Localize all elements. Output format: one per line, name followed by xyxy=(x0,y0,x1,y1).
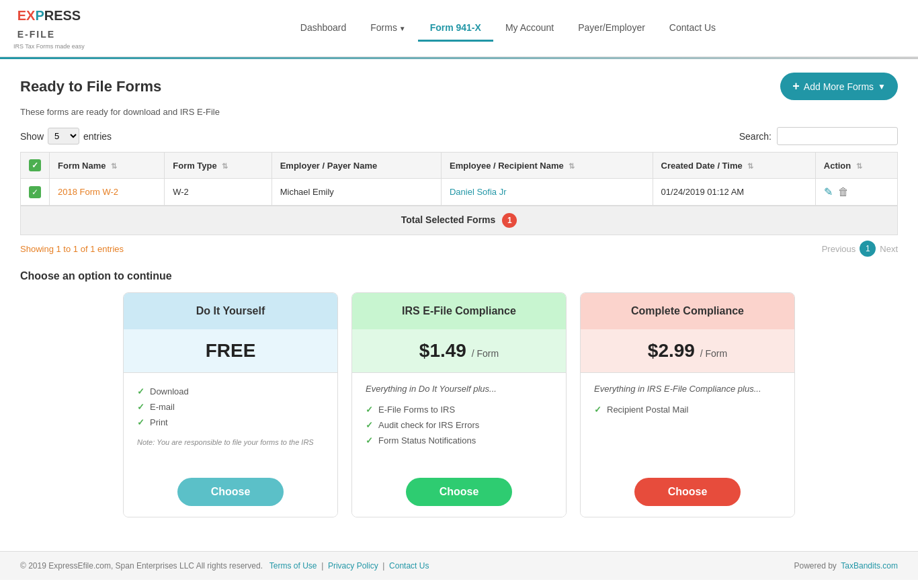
feature-postal-mail: ✓Recipient Postal Mail xyxy=(594,402,781,417)
card-diy: Do It Yourself FREE ✓Download ✓E-mail ✓P… xyxy=(123,292,338,517)
choose-diy-button[interactable]: Choose xyxy=(177,478,284,506)
col-form-name: Form Name ⇅ xyxy=(50,153,165,179)
card-irs: IRS E-File Compliance $1.49 / Form Every… xyxy=(351,292,567,517)
nav-form941x[interactable]: Form 941-X xyxy=(418,15,493,42)
delete-icon[interactable]: 🗑 xyxy=(838,186,849,198)
next-button[interactable]: Next xyxy=(880,244,898,254)
subtitle: These forms are ready for download and I… xyxy=(20,107,898,117)
check-icon: ✓ xyxy=(137,417,144,427)
col-employer-name: Employer / Payer Name xyxy=(272,153,441,179)
table-header-row: ✓ Form Name ⇅ Form Type ⇅ Employer / Pay… xyxy=(21,153,898,179)
row-action-col: ✎ 🗑 xyxy=(815,179,897,206)
feature-print: ✓Print xyxy=(137,415,324,430)
feature-download: ✓Download xyxy=(137,384,324,399)
row-checkbox[interactable]: ✓ xyxy=(29,186,41,198)
card-diy-header: Do It Yourself xyxy=(124,293,337,329)
page-title-row: Ready to File Forms + Add More Forms ▼ xyxy=(20,73,898,100)
card-diy-features: ✓Download ✓E-mail ✓Print xyxy=(137,384,324,430)
nav-myaccount[interactable]: My Account xyxy=(493,15,566,42)
select-all-col: ✓ xyxy=(21,153,50,179)
sort-recipient-icon[interactable]: ⇅ xyxy=(569,162,575,170)
nav-forms[interactable]: Forms xyxy=(358,15,417,42)
copyright-text: © 2019 ExpressEfile.com, Span Enterprise… xyxy=(20,561,263,571)
showing-to: 1 xyxy=(73,244,78,254)
card-complete-tagline: Everything in IRS E-File Compliance plus… xyxy=(594,384,781,394)
nav-contactus[interactable]: Contact Us xyxy=(657,15,728,42)
card-complete-per-form: / Form xyxy=(700,348,727,359)
choose-section-title: Choose an option to continue xyxy=(20,270,898,282)
header: EXPRESS E-FILE IRS Tax Forms made easy D… xyxy=(0,0,918,57)
main-nav: Dashboard Forms Form 941-X My Account Pa… xyxy=(112,15,905,42)
total-selected-label: Total Selected Forms xyxy=(401,214,496,225)
sort-action-icon[interactable]: ⇅ xyxy=(856,162,862,170)
card-complete-features: ✓Recipient Postal Mail xyxy=(594,402,781,417)
total-selected-row: Total Selected Forms 1 xyxy=(20,206,898,235)
action-icons: ✎ 🗑 xyxy=(824,185,889,198)
pagination-row: Showing 1 to 1 of 1 entries Previous 1 N… xyxy=(20,241,898,257)
powered-by-label: Powered by xyxy=(794,561,836,571)
card-irs-tagline: Everything in Do It Yourself plus... xyxy=(366,384,552,394)
entries-label: entries xyxy=(83,131,112,142)
card-complete-price: $2.99 / Form xyxy=(581,329,794,373)
card-irs-footer: Choose xyxy=(352,467,566,517)
row-checkbox-col: ✓ xyxy=(21,179,50,206)
card-diy-note: Note: You are responsible to file your f… xyxy=(137,438,324,446)
table-controls: Show 5 10 25 entries Search: xyxy=(20,127,898,145)
search-input[interactable] xyxy=(777,127,898,145)
contact-link[interactable]: Contact Us xyxy=(389,561,429,571)
check-icon: ✓ xyxy=(594,405,601,415)
pricing-cards: Do It Yourself FREE ✓Download ✓E-mail ✓P… xyxy=(20,292,898,517)
edit-icon[interactable]: ✎ xyxy=(824,185,833,198)
add-more-forms-button[interactable]: + Add More Forms ▼ xyxy=(780,73,898,100)
nav-payeremployer[interactable]: Payer/Employer xyxy=(566,15,657,42)
card-complete: Complete Compliance $2.99 / Form Everyth… xyxy=(580,292,795,517)
terms-link[interactable]: Terms of Use xyxy=(269,561,317,571)
card-complete-footer: Choose xyxy=(581,467,794,517)
check-icon: ✓ xyxy=(366,405,373,415)
showing-text: Showing 1 to 1 of 1 entries xyxy=(20,244,124,254)
showing-of: 1 xyxy=(90,244,95,254)
choose-complete-button[interactable]: Choose xyxy=(634,478,741,506)
card-diy-price: FREE xyxy=(124,329,337,373)
recipient-name-link[interactable]: Daniel Sofia Jr xyxy=(450,187,507,197)
check-icon: ✓ xyxy=(366,420,373,430)
privacy-link[interactable]: Privacy Policy xyxy=(328,561,378,571)
main-content: Ready to File Forms + Add More Forms ▼ T… xyxy=(0,59,918,531)
footer-right: Powered by TaxBandits.com xyxy=(794,561,898,571)
form-name-link[interactable]: 2018 Form W-2 xyxy=(58,187,118,197)
row-form-type: W-2 xyxy=(165,179,272,206)
pagination-controls: Previous 1 Next xyxy=(822,241,898,257)
show-entries: Show 5 10 25 entries xyxy=(20,128,112,144)
add-more-label: Add More Forms xyxy=(804,81,874,92)
show-label: Show xyxy=(20,131,44,142)
logo-tagline: IRS Tax Forms made easy xyxy=(13,43,85,50)
table-row: ✓ 2018 Form W-2 W-2 Michael Emily Daniel… xyxy=(21,179,898,206)
page-number[interactable]: 1 xyxy=(860,241,876,257)
choose-irs-button[interactable]: Choose xyxy=(406,478,513,506)
previous-button[interactable]: Previous xyxy=(822,244,856,254)
page-title: Ready to File Forms xyxy=(20,78,161,95)
taxbandits-link[interactable]: TaxBandits.com xyxy=(841,561,898,571)
col-recipient-name: Employee / Recipient Name ⇅ xyxy=(441,153,653,179)
sort-form-type-icon[interactable]: ⇅ xyxy=(222,162,228,170)
feature-efile: ✓E-File Forms to IRS xyxy=(366,402,552,417)
sort-form-name-icon[interactable]: ⇅ xyxy=(111,162,117,170)
showing-from: 1 xyxy=(56,244,61,254)
check-icon: ✓ xyxy=(137,386,144,396)
feature-email: ✓E-mail xyxy=(137,399,324,415)
entries-select[interactable]: 5 10 25 xyxy=(48,128,79,144)
sort-date-icon[interactable]: ⇅ xyxy=(747,162,753,170)
search-label: Search: xyxy=(739,131,771,142)
footer: © 2019 ExpressEfile.com, Span Enterprise… xyxy=(0,551,918,580)
check-icon: ✓ xyxy=(137,402,144,412)
total-selected-badge: 1 xyxy=(502,213,517,228)
plus-icon: + xyxy=(792,79,800,93)
row-created-date: 01/24/2019 01:12 AM xyxy=(653,179,815,206)
select-all-checkbox[interactable]: ✓ xyxy=(29,159,41,171)
card-irs-header: IRS E-File Compliance xyxy=(352,293,566,329)
card-irs-per-form: / Form xyxy=(472,348,499,359)
forms-table: ✓ Form Name ⇅ Form Type ⇅ Employer / Pay… xyxy=(20,152,898,206)
nav-dashboard[interactable]: Dashboard xyxy=(288,15,359,42)
row-employer-name: Michael Emily xyxy=(272,179,441,206)
col-action: Action ⇅ xyxy=(815,153,897,179)
